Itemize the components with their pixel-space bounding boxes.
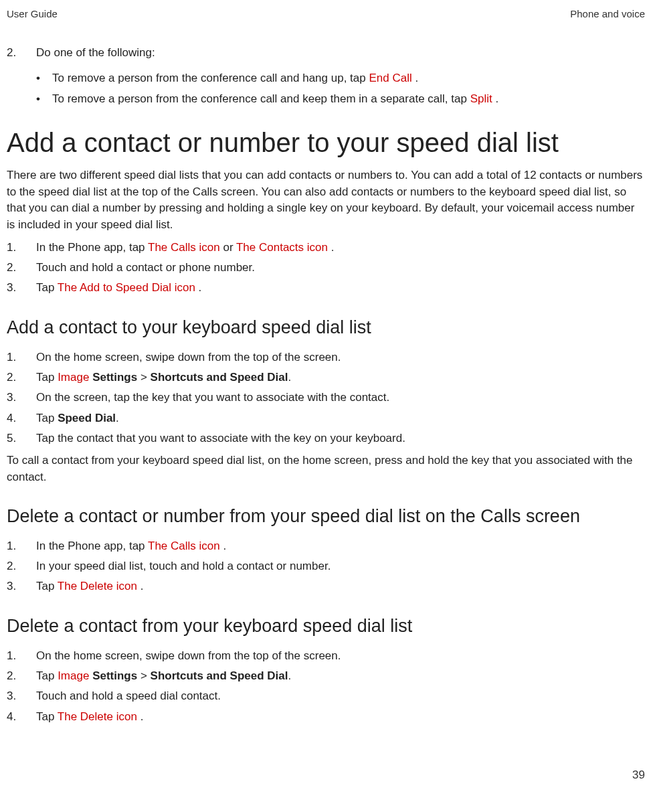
bullet-text: To remove a person from the conference c… bbox=[52, 92, 470, 105]
list-text: . bbox=[288, 371, 292, 384]
list-number: 2. bbox=[7, 369, 36, 386]
list-text: In the Phone app, tap bbox=[36, 241, 148, 254]
list-body: Tap The Delete icon . bbox=[36, 578, 645, 595]
heading-add-speed-dial: Add a contact or number to your speed di… bbox=[7, 128, 645, 158]
list-text: > bbox=[137, 669, 150, 682]
list-text: . bbox=[116, 412, 119, 424]
list-number: 3. bbox=[7, 687, 36, 705]
list-item: 5. Tap the contact that you want to asso… bbox=[7, 430, 645, 447]
image-placeholder-link[interactable]: Image bbox=[58, 371, 89, 384]
list-item: 3. Touch and hold a speed dial contact. bbox=[7, 687, 645, 705]
list-text: Tap bbox=[36, 281, 58, 294]
bullet-icon: • bbox=[36, 70, 52, 87]
list-item: 3. Tap The Add to Speed Dial icon . bbox=[7, 279, 645, 297]
list-item: 2. Tap Image Settings > Shortcuts and Sp… bbox=[7, 667, 645, 685]
list-text: . bbox=[220, 540, 226, 552]
paragraph: To call a contact from your keyboard spe… bbox=[7, 453, 645, 485]
list-body: Tap The Delete icon . bbox=[36, 708, 645, 726]
list-text: . bbox=[137, 580, 143, 592]
bullet-text: To remove a person from the conference c… bbox=[52, 72, 369, 84]
list-item: 4. Tap The Delete icon . bbox=[7, 708, 645, 726]
list-text: . bbox=[137, 710, 143, 723]
list-text: Tap bbox=[36, 580, 58, 592]
heading-delete-keyboard-speed-dial: Delete a contact from your keyboard spee… bbox=[7, 616, 645, 637]
list-number: 2. bbox=[7, 558, 36, 575]
list-item: 1. In the Phone app, tap The Calls icon … bbox=[7, 239, 645, 256]
calls-icon-link[interactable]: The Calls icon bbox=[148, 241, 220, 254]
shortcuts-label: Shortcuts and Speed Dial bbox=[151, 371, 288, 384]
list-item: 3. Tap The Delete icon . bbox=[7, 578, 645, 595]
list-text: Tap bbox=[36, 412, 58, 424]
sec3-steps: 1. In the Phone app, tap The Calls icon … bbox=[7, 538, 645, 596]
header-left: User Guide bbox=[7, 8, 58, 19]
image-placeholder-link[interactable]: Image bbox=[58, 669, 89, 682]
paragraph: There are two different speed dial lists… bbox=[7, 167, 645, 234]
page-container: User Guide Phone and voice 2. Do one of … bbox=[0, 0, 657, 790]
bullet-body: To remove a person from the conference c… bbox=[52, 90, 645, 108]
list-item: 2. Touch and hold a contact or phone num… bbox=[7, 259, 645, 276]
page-number: 39 bbox=[632, 768, 645, 782]
list-body: Do one of the following: • To remove a p… bbox=[36, 44, 645, 110]
list-text: Tap the contact that you want to associa… bbox=[36, 430, 645, 447]
list-number: 1. bbox=[7, 239, 36, 256]
list-item: 1. On the home screen, swipe down from t… bbox=[7, 647, 645, 665]
contacts-icon-link[interactable]: The Contacts icon bbox=[236, 241, 328, 254]
list-body: In the Phone app, tap The Calls icon . bbox=[36, 538, 645, 555]
settings-label: Settings bbox=[92, 669, 137, 682]
list-number: 5. bbox=[7, 430, 36, 447]
sec2-steps: 1. On the home screen, swipe down from t… bbox=[7, 349, 645, 448]
list-item: • To remove a person from the conference… bbox=[36, 90, 645, 108]
list-item: 1. In the Phone app, tap The Calls icon … bbox=[7, 538, 645, 555]
delete-icon-link[interactable]: The Delete icon bbox=[58, 580, 137, 592]
list-text: Touch and hold a contact or phone number… bbox=[36, 259, 645, 276]
list-text: Tap bbox=[36, 371, 58, 384]
intro-list: 2. Do one of the following: • To remove … bbox=[7, 44, 645, 110]
list-text: On the screen, tap the key that you want… bbox=[36, 389, 645, 406]
list-number: 3. bbox=[7, 279, 36, 297]
header-right: Phone and voice bbox=[570, 8, 645, 19]
list-body: Tap Image Settings > Shortcuts and Speed… bbox=[36, 369, 645, 386]
list-number: 1. bbox=[7, 647, 36, 665]
list-number: 2. bbox=[7, 44, 36, 110]
end-call-link[interactable]: End Call bbox=[369, 72, 411, 84]
list-body: Tap Image Settings > Shortcuts and Speed… bbox=[36, 667, 645, 685]
bullet-text: . bbox=[492, 92, 498, 105]
list-number: 2. bbox=[7, 259, 36, 276]
list-number: 4. bbox=[7, 410, 36, 427]
list-number: 3. bbox=[7, 389, 36, 406]
list-item: 2. Do one of the following: • To remove … bbox=[7, 44, 645, 110]
heading-delete-speed-dial: Delete a contact or number from your spe… bbox=[7, 506, 645, 527]
bullet-icon: • bbox=[36, 90, 52, 108]
list-number: 3. bbox=[7, 578, 36, 595]
list-item: 2. Tap Image Settings > Shortcuts and Sp… bbox=[7, 369, 645, 386]
list-text: or bbox=[220, 241, 236, 254]
list-body: Tap Speed Dial. bbox=[36, 410, 645, 427]
speed-dial-label: Speed Dial bbox=[58, 412, 116, 424]
delete-icon-link[interactable]: The Delete icon bbox=[58, 710, 137, 723]
list-text: . bbox=[328, 241, 334, 254]
list-text: > bbox=[137, 371, 150, 384]
list-text: In the Phone app, tap bbox=[36, 540, 148, 552]
add-to-speed-dial-icon-link[interactable]: The Add to Speed Dial icon bbox=[58, 281, 195, 294]
bullet-list: • To remove a person from the conference… bbox=[36, 70, 645, 108]
list-text: Tap bbox=[36, 669, 58, 682]
calls-icon-link[interactable]: The Calls icon bbox=[148, 540, 220, 552]
list-item: 4. Tap Speed Dial. bbox=[7, 410, 645, 427]
split-link[interactable]: Split bbox=[470, 92, 492, 105]
list-item: 1. On the home screen, swipe down from t… bbox=[7, 349, 645, 366]
list-text: Do one of the following: bbox=[36, 46, 155, 59]
list-number: 4. bbox=[7, 708, 36, 726]
list-text: In your speed dial list, touch and hold … bbox=[36, 558, 645, 575]
bullet-text: . bbox=[412, 72, 418, 84]
sec1-steps: 1. In the Phone app, tap The Calls icon … bbox=[7, 239, 645, 297]
list-text: Touch and hold a speed dial contact. bbox=[36, 687, 645, 705]
list-number: 1. bbox=[7, 349, 36, 366]
shortcuts-label: Shortcuts and Speed Dial bbox=[151, 669, 288, 682]
list-item: • To remove a person from the conference… bbox=[36, 70, 645, 87]
list-text: . bbox=[195, 281, 201, 294]
sec4-steps: 1. On the home screen, swipe down from t… bbox=[7, 647, 645, 726]
heading-add-keyboard-speed-dial: Add a contact to your keyboard speed dia… bbox=[7, 317, 645, 338]
settings-label: Settings bbox=[92, 371, 137, 384]
content: 2. Do one of the following: • To remove … bbox=[7, 8, 645, 726]
list-number: 2. bbox=[7, 667, 36, 685]
